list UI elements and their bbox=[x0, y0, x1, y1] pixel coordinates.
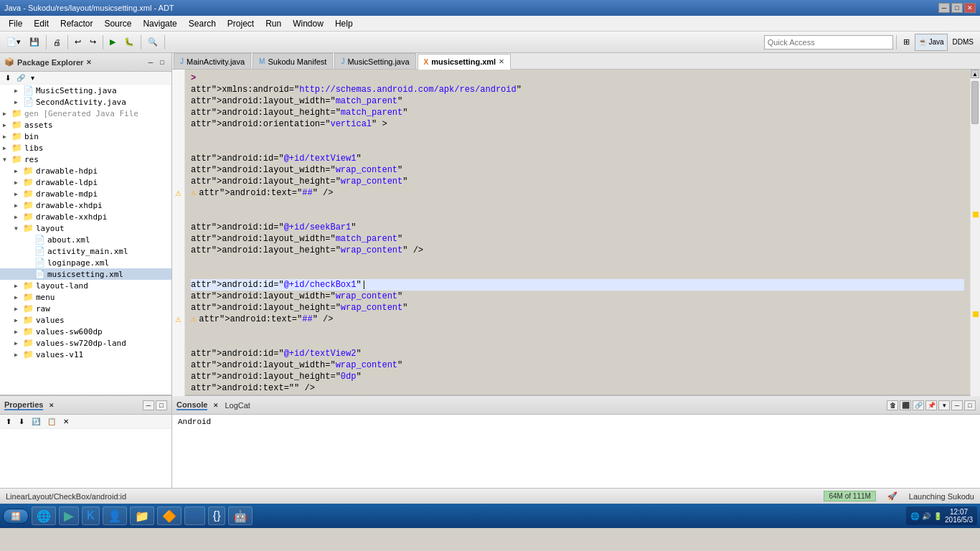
maximize-button[interactable]: □ bbox=[951, 3, 963, 13]
menu-search[interactable]: Search bbox=[183, 17, 222, 30]
taskbar-app-vlc[interactable]: 🔶 bbox=[157, 507, 182, 525]
taskbar-app-psiphon[interactable]: 👤 bbox=[103, 507, 127, 525]
toolbar-java-perspective[interactable]: ☕ Java bbox=[915, 34, 948, 51]
code-editor[interactable]: >attr">xmlns:android="http://schemas.and… bbox=[185, 70, 970, 420]
taskbar-battery-icon: 🔋 bbox=[933, 512, 942, 520]
tree-arrow: ▶ bbox=[3, 145, 11, 151]
menu-refactor[interactable]: Refactor bbox=[55, 17, 98, 30]
toolbar-redo[interactable]: ↪ bbox=[86, 34, 100, 51]
tree-item-drawable-mdpi[interactable]: ▶ 📁 drawable-mdpi bbox=[0, 188, 171, 199]
panel-max-btn[interactable]: □ bbox=[157, 57, 167, 67]
toolbar-print[interactable]: 🖨 bbox=[50, 34, 65, 51]
tab-musicsetting-xml-close[interactable]: ✕ bbox=[499, 58, 504, 65]
taskbar-app-android[interactable]: 🤖 bbox=[228, 507, 253, 525]
toolbar-ddms[interactable]: DDMS bbox=[949, 34, 977, 51]
toolbar-new[interactable]: 📄▾ bbox=[3, 34, 24, 51]
tree-item-loginpage.xml[interactable]: 📄 loginpage.xml bbox=[0, 257, 171, 268]
taskbar-app-browser[interactable]: 🌐 bbox=[32, 507, 56, 525]
start-button[interactable]: 🪟 bbox=[3, 509, 29, 524]
toolbar-save[interactable]: 💾 bbox=[26, 34, 43, 51]
toolbar-perspective[interactable]: ⊞ bbox=[900, 34, 913, 51]
tree-item-bin[interactable]: ▶ 📁 bin bbox=[0, 131, 171, 142]
tree-item-gen-[generated-java-file[interactable]: ▶ 📁 gen [Generated Java File bbox=[0, 108, 171, 119]
tree-item-raw[interactable]: ▶ 📁 raw bbox=[0, 303, 171, 314]
toolbar-search[interactable]: 🔍 bbox=[144, 34, 161, 51]
tree-item-drawable-xxhdpi[interactable]: ▶ 📁 drawable-xxhdpi bbox=[0, 211, 171, 222]
prop-btn-3[interactable]: 🔃 bbox=[29, 416, 43, 427]
properties-toolbar: ⬆ ⬇ 🔃 📋 ✕ bbox=[0, 415, 171, 429]
toolbar-sep-1 bbox=[46, 35, 47, 50]
toolbar-undo[interactable]: ↩ bbox=[71, 34, 85, 51]
tree-arrow: ▶ bbox=[14, 329, 23, 335]
tree-item-drawable-hdpi[interactable]: ▶ 📁 drawable-hdpi bbox=[0, 165, 171, 176]
taskbar-app-json[interactable]: {} bbox=[208, 507, 226, 525]
tree-item-layout[interactable]: ▼ 📁 layout bbox=[0, 222, 171, 234]
close-button[interactable]: ✕ bbox=[964, 3, 976, 13]
toolbar-debug[interactable]: 🐛 bbox=[121, 34, 138, 51]
minimize-button[interactable]: ─ bbox=[938, 3, 950, 13]
taskbar-volume-icon: 🔊 bbox=[922, 512, 930, 520]
gutter-line-8 bbox=[172, 164, 184, 176]
menu-navigate[interactable]: Navigate bbox=[137, 17, 182, 30]
menu-source[interactable]: Source bbox=[98, 17, 137, 30]
warning-icon-21: ⚠ bbox=[191, 314, 196, 325]
properties-max-btn[interactable]: □ bbox=[156, 400, 167, 410]
tree-item-values-sw720dp-land[interactable]: ▶ 📁 values-sw720dp-land bbox=[0, 337, 171, 349]
tree-item-drawable-xhdpi[interactable]: ▶ 📁 drawable-xhdpi bbox=[0, 199, 171, 211]
code-line-9: attr">android:layout_width="wrap_content… bbox=[191, 164, 964, 176]
tree-collapse-btn[interactable]: ⬇ bbox=[3, 73, 13, 83]
tab-musicsetting-xml[interactable]: X musicsetting.xml ✕ bbox=[418, 54, 512, 70]
tree-link-btn[interactable]: 🔗 bbox=[14, 73, 27, 83]
menu-project[interactable]: Project bbox=[222, 17, 260, 30]
taskbar-vlc-icon: 🔶 bbox=[162, 509, 176, 523]
package-explorer-header: 📦 Package Explorer ✕ ─ □ bbox=[0, 53, 171, 72]
status-right: 64M of 111M 🚀 Launching Sukodu bbox=[824, 491, 974, 501]
taskbar-app-media[interactable]: ▶ bbox=[59, 507, 79, 525]
taskbar-app-folder[interactable]: 📁 bbox=[130, 507, 154, 525]
close-panel-icon[interactable]: ✕ bbox=[86, 59, 92, 66]
quick-access-input[interactable] bbox=[764, 35, 893, 50]
tree-item-values-sw600dp[interactable]: ▶ 📁 values-sw600dp bbox=[0, 326, 171, 337]
properties-close-icon[interactable]: ✕ bbox=[49, 402, 55, 409]
tree-item-values-v11[interactable]: ▶ 📁 values-v11 bbox=[0, 349, 171, 360]
properties-tab[interactable]: Properties bbox=[4, 400, 43, 410]
properties-min-btn[interactable]: ─ bbox=[143, 400, 154, 410]
tree-item-values[interactable]: ▶ 📁 values bbox=[0, 314, 171, 326]
tree-item-menu[interactable]: ▶ 📁 menu bbox=[0, 291, 171, 303]
menu-edit[interactable]: Edit bbox=[28, 17, 55, 30]
taskbar-app-word[interactable]: W bbox=[184, 507, 205, 525]
tab-manifest[interactable]: M Sukodu Manifest bbox=[253, 53, 333, 69]
prop-btn-2[interactable]: ⬇ bbox=[16, 416, 27, 427]
package-tree: ▶ 📄 MusicSetting.java ▶ 📄 SecondActivity… bbox=[0, 85, 171, 395]
tree-item-about.xml[interactable]: 📄 about.xml bbox=[0, 234, 171, 245]
scroll-up-btn[interactable]: ▲ bbox=[971, 70, 979, 78]
tab-musicsetting-java[interactable]: J MusicSetting.java bbox=[334, 53, 415, 69]
menu-run[interactable]: Run bbox=[260, 17, 287, 30]
tree-item-libs[interactable]: ▶ 📁 libs bbox=[0, 142, 171, 154]
menu-window[interactable]: Window bbox=[287, 17, 329, 30]
menu-file[interactable]: File bbox=[3, 17, 28, 30]
prop-btn-4[interactable]: 📋 bbox=[44, 416, 59, 427]
tree-item-assets[interactable]: ▶ 📁 assets bbox=[0, 119, 171, 131]
tree-item-activity_main.xml[interactable]: 📄 activity_main.xml bbox=[0, 245, 171, 257]
tab-mainactivity[interactable]: J MainActivity.java bbox=[174, 53, 251, 69]
code-line-7 bbox=[191, 141, 964, 153]
taskbar-app-kaspersky[interactable]: K bbox=[82, 507, 100, 525]
tree-item-layout-land[interactable]: ▶ 📁 layout-land bbox=[0, 280, 171, 291]
code-line-23 bbox=[191, 325, 964, 336]
tree-item-drawable-ldpi[interactable]: ▶ 📁 drawable-ldpi bbox=[0, 176, 171, 188]
scroll-thumb[interactable] bbox=[971, 81, 979, 124]
menu-help[interactable]: Help bbox=[329, 17, 359, 30]
editor-vscrollbar[interactable]: ▲ ▼ bbox=[970, 70, 980, 420]
toolbar-run[interactable]: ▶ bbox=[106, 34, 119, 51]
prop-btn-5[interactable]: ✕ bbox=[60, 416, 72, 427]
tree-item-musicsetting.xml[interactable]: 📄 musicsetting.xml bbox=[0, 268, 171, 280]
prop-btn-1[interactable]: ⬆ bbox=[3, 416, 14, 427]
tree-label: musicsetting.xml bbox=[47, 270, 123, 279]
tree-item-secondactivity.java[interactable]: ▶ 📄 SecondActivity.java bbox=[0, 96, 171, 108]
tree-item-res[interactable]: ▼ 📁 res bbox=[0, 154, 171, 165]
tree-menu-btn[interactable]: ▾ bbox=[29, 73, 37, 83]
tab-manifest-icon: M bbox=[259, 57, 265, 65]
tree-item-musicsetting.java[interactable]: ▶ 📄 MusicSetting.java bbox=[0, 85, 171, 96]
panel-min-btn[interactable]: ─ bbox=[146, 57, 156, 67]
